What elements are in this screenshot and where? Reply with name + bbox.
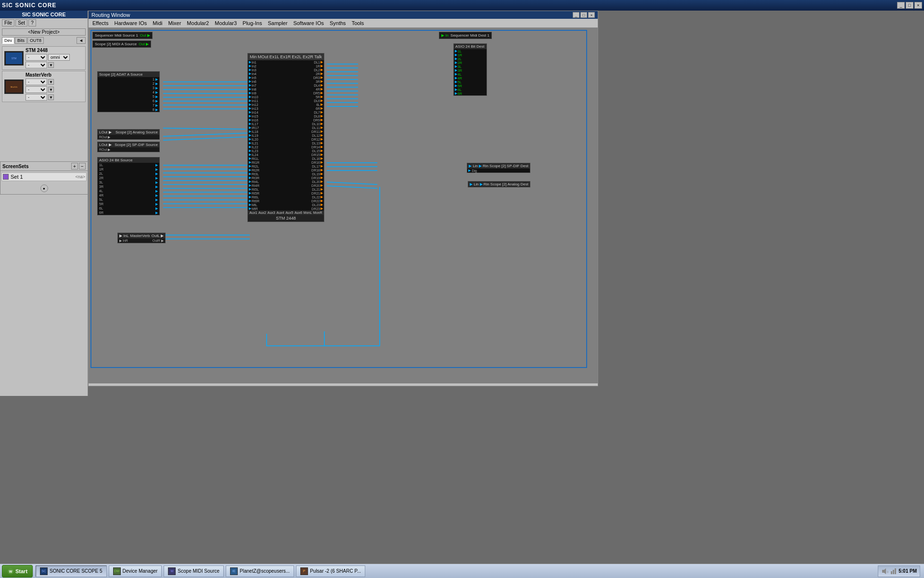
start-label: Start xyxy=(15,568,27,574)
seq-midi-source-box[interactable]: Sequencer Midi Source 1 Out ▶ xyxy=(92,32,153,39)
menu-synths[interactable]: Synths xyxy=(327,19,349,27)
stm-in-rt1l: ▶Rt1L xyxy=(248,157,286,160)
stm-out-dr11: DR11▶ xyxy=(286,130,324,133)
menu-modular3[interactable]: Modular3 xyxy=(212,19,240,27)
stm-out-ir1: 1R▶ xyxy=(286,64,324,68)
stm-in-il21: ▶IL21 xyxy=(248,141,286,145)
mv-down-btn1[interactable]: ▼ xyxy=(48,79,54,85)
stm-select1[interactable]: - xyxy=(26,54,47,61)
svg-text:STM: STM xyxy=(12,57,17,60)
screenset-item-1[interactable]: Set 1 <na> xyxy=(1,172,87,181)
stm-header: Min MOut Ex1L Ex1R Ex2L Ex2R Talk xyxy=(248,53,324,60)
adat-port-5: 5 ▶ xyxy=(98,94,159,99)
stm-in-in14: ▶In14 xyxy=(248,110,286,114)
asio-dest-5r: ▶5R xyxy=(454,84,487,88)
scope-midi-source-box[interactable]: Scope [2] MIDI A Source Out ▶ xyxy=(92,40,151,48)
start-icon: W xyxy=(7,568,14,575)
screenset-value: <na> xyxy=(75,174,85,179)
stm-in-rt6r: ▶Rt6R xyxy=(248,199,286,203)
menu-modular2[interactable]: Modular2 xyxy=(184,19,212,27)
spdif-dest-dig: ▶Dig xyxy=(467,169,530,172)
close-button[interactable]: × xyxy=(914,2,922,9)
stm-in-in15: ▶In15 xyxy=(248,114,286,118)
nav-circle-btn[interactable]: ● xyxy=(40,184,48,192)
stm-aux1: Aux1 xyxy=(249,211,257,214)
stm-out-dr14: DR14▶ xyxy=(286,145,324,149)
masterverb-module[interactable]: ▶ InL MasterVerb OutL ▶ ▶ InR OutR ▶ xyxy=(117,233,166,243)
mv-down-btn3[interactable]: ▼ xyxy=(48,94,54,100)
stm-in-ir1: ▶In2 xyxy=(248,64,286,68)
menu-software-ios[interactable]: Software IOs xyxy=(290,19,327,27)
asio-source-module[interactable]: ASIO 24 Bit Source 1L▶ 1R▶ 2L▶ 2R▶ 3L▶ 3… xyxy=(97,157,160,215)
screensets-add[interactable]: + xyxy=(71,163,78,170)
menu-sampler[interactable]: Sampler xyxy=(265,19,290,27)
mv-select1[interactable]: - xyxy=(26,79,47,85)
start-button[interactable]: W Start xyxy=(2,565,33,578)
left-panel-title: SIC SONIC CORE xyxy=(0,11,88,18)
stm-out-dl1: DL1▶ xyxy=(286,60,324,64)
stm-down-btn[interactable]: ▼ xyxy=(48,62,54,68)
taskbar-pulsar-label: Pulsar -2 (6 SHARC P... xyxy=(310,568,361,574)
file-menu[interactable]: File xyxy=(2,19,14,26)
tab-scroll-btn[interactable]: ◄ xyxy=(77,37,86,44)
menu-mixer[interactable]: Mixer xyxy=(165,19,184,27)
stm-ex2r: Ex2R xyxy=(303,54,313,59)
device-list: STM STM 2448 - omni - ▼ xyxy=(0,44,88,104)
asio-6l-row: 6L▶ xyxy=(98,206,159,210)
analog-source-module[interactable]: LOut ▶ Scope [2] Analog Source ROut ▶ xyxy=(97,129,160,140)
svg-text:W: W xyxy=(9,570,13,573)
stm-center-module[interactable]: Min MOut Ex1L Ex1R Ex2L Ex2R Talk ▶In1 D… xyxy=(247,53,324,222)
tab-out8[interactable]: OUT8 xyxy=(27,37,44,44)
stm-out-dr21: DR21▶ xyxy=(286,191,324,195)
stm-out-dl20: DL20▶ xyxy=(286,180,324,184)
mv-select3[interactable]: - xyxy=(26,94,47,101)
taskbar-item-midi[interactable]: M Scope MIDI Source xyxy=(164,565,224,577)
taskbar-item-pulsar[interactable]: P Pulsar -2 (6 SHARC P... xyxy=(296,565,365,577)
screensets-header: ScreenSets + − xyxy=(0,162,88,171)
stm-ex1r: Ex1R xyxy=(280,54,291,59)
tab-bits[interactable]: Bits xyxy=(15,37,27,44)
screensets-remove[interactable]: − xyxy=(79,163,86,170)
menu-effects[interactable]: Effects xyxy=(90,19,111,27)
stm-out-dl7: DL7▶ xyxy=(286,110,324,114)
svg-rect-15 xyxy=(895,568,896,574)
asio-dest-module[interactable]: ASIO 24 Bit Dest ▶1L ▶1R ▶2L ▶2R ▶3L ▶3R… xyxy=(453,43,487,96)
spdif-source-module[interactable]: LOut ▶ Scope [2] SP-DIF Source ROut ▶ xyxy=(97,142,160,152)
mv-down-btn2[interactable]: ▼ xyxy=(48,87,54,92)
menu-midi[interactable]: Midi xyxy=(150,19,165,27)
mv-row2: - ▼ xyxy=(26,86,83,93)
routing-maximize[interactable]: □ xyxy=(580,12,587,18)
stm-select3[interactable]: - xyxy=(26,62,47,68)
routing-minimize[interactable]: _ xyxy=(573,12,579,18)
adat-source-module[interactable]: Scope [2] ADAT A Source 1 ▶ 2 ▶ 3 ▶ 4 ▶ … xyxy=(97,71,160,112)
adat-port-4: 4 ▶ xyxy=(98,90,159,94)
mv-select2[interactable]: - xyxy=(26,86,47,93)
stm-out-dr12: DR12▶ xyxy=(286,137,324,141)
taskbar-item-planet[interactable]: IE PlanetZ@scopeusers... xyxy=(226,565,294,577)
taskbar-item-scope[interactable]: SC SONIC CORE SCOPE 5 xyxy=(36,565,106,577)
menu-tools[interactable]: Tools xyxy=(349,19,367,27)
stm-select2[interactable]: omni xyxy=(48,54,70,61)
help-menu[interactable]: ? xyxy=(28,19,36,26)
analog-dest-module[interactable]: ▶Lin ▶Rin Scope [2] Analog Dest xyxy=(468,181,530,187)
tab-dev[interactable]: Dev xyxy=(2,37,14,44)
mv-row2: ▶ InR OutR ▶ xyxy=(118,238,165,243)
spdif-dest-module[interactable]: ▶Lin ▶Rin Scope [2] SP-DIF Dest ▶Dig xyxy=(467,163,530,173)
asio-dest-4r: ▶4R xyxy=(454,76,487,80)
stm-ex2l: Ex2L xyxy=(292,54,302,59)
routing-close[interactable]: × xyxy=(588,12,595,18)
stm-mout: MOut xyxy=(258,54,269,59)
set-menu[interactable]: Set xyxy=(15,19,27,26)
scope-icon: SC xyxy=(40,567,48,575)
minimize-button[interactable]: _ xyxy=(897,2,905,9)
seq-midi-dest-box[interactable]: ▶ In Sequencer Midi Dest 1 xyxy=(439,32,492,39)
taskbar-item-device-manager[interactable]: DM Device Manager xyxy=(109,565,162,577)
menu-plugins[interactable]: Plug-Ins xyxy=(240,19,265,27)
pulsar-icon: P xyxy=(300,567,308,575)
analog-src-name: Scope [2] Analog Source xyxy=(116,130,158,134)
menu-hardware-ios[interactable]: Hardware IOs xyxy=(111,19,150,27)
routing-window-title: Routing Window xyxy=(91,12,130,18)
svg-rect-14 xyxy=(893,570,894,574)
maximize-button[interactable]: □ xyxy=(906,2,913,9)
taskbar-scope-label: SONIC CORE SCOPE 5 xyxy=(50,568,102,574)
